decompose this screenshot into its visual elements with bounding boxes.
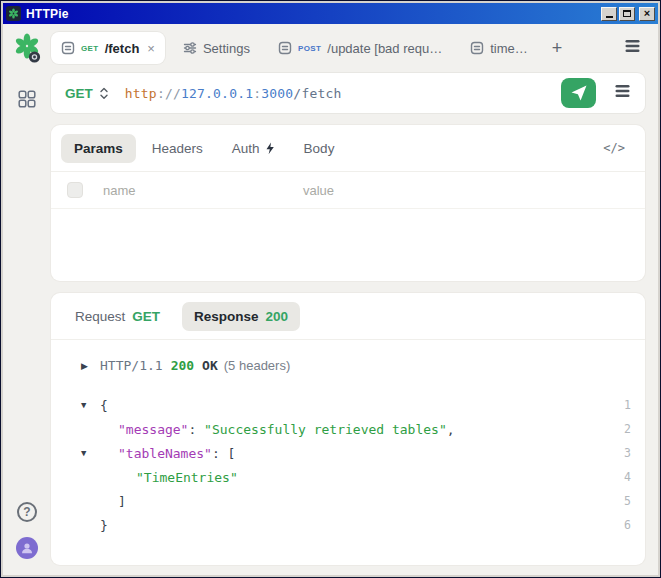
response-panel: Request GET Response 200 ▶ HTTP/1.1 200 … (51, 293, 645, 565)
tab-close-icon[interactable]: × (147, 41, 155, 56)
param-name-input[interactable]: name (103, 183, 303, 198)
request-panel: Params Headers Auth Body </> name val (51, 125, 645, 281)
main-area: GET /fetch × Settings (51, 24, 658, 575)
tab-label: Settings (203, 41, 250, 56)
request-tab-method: GET (132, 309, 160, 324)
url-row: GET http://127.0.0.1:3000/fetch (51, 73, 645, 113)
new-tab-button[interactable]: + (546, 38, 569, 59)
param-checkbox[interactable] (67, 182, 83, 198)
tab-label: /fetch (105, 41, 140, 56)
help-button[interactable]: ? (17, 502, 37, 522)
tab-auth-label: Auth (232, 141, 260, 156)
tab-method-badge: POST (298, 44, 321, 53)
send-button[interactable] (561, 78, 596, 108)
response-body: ▼{1"message": "Successfully retrieved ta… (51, 373, 645, 537)
tab-update[interactable]: POST /update [bad requ… (268, 32, 452, 64)
maximize-button[interactable] (619, 7, 635, 21)
tab-auth[interactable]: Auth (219, 134, 288, 163)
response-status-line: ▶ HTTP/1.1 200 OK (5 headers) (51, 340, 645, 373)
json-line: "TimeEntries"4 (81, 465, 637, 489)
tab-headers[interactable]: Headers (139, 134, 216, 163)
json-line: "message": "Successfully retrieved table… (81, 417, 637, 441)
json-line-content: "tableNames": [ (100, 446, 235, 461)
json-line: }6 (81, 513, 637, 537)
window-title: HTTPie (26, 7, 596, 21)
request-stack-icon[interactable] (610, 83, 635, 103)
line-number: 2 (624, 422, 637, 436)
user-avatar[interactable] (16, 537, 38, 559)
sidebar-bottom: ? (16, 502, 38, 559)
app-window: HTTPie × (0, 0, 661, 578)
settings-icon (183, 41, 197, 55)
tab-body[interactable]: Body (291, 134, 348, 163)
headers-collapse-arrow-icon[interactable]: ▶ (81, 361, 100, 371)
layers-icon[interactable] (624, 38, 645, 58)
method-select[interactable]: GET (65, 86, 109, 101)
request-tab-icon (470, 41, 484, 55)
url-token-path: /fetch (293, 86, 341, 101)
line-number: 1 (624, 398, 637, 412)
param-row: name value (51, 172, 645, 209)
json-line: ]5 (81, 489, 637, 513)
httpie-logo (12, 32, 42, 68)
tab-bar: GET /fetch × Settings (51, 31, 645, 65)
gear-badge-icon (29, 51, 40, 62)
json-line-content: "TimeEntries" (100, 470, 238, 485)
url-input[interactable]: http://127.0.0.1:3000/fetch (125, 86, 561, 101)
line-number: 4 (624, 470, 637, 484)
tab-fetch[interactable]: GET /fetch × (51, 32, 165, 64)
method-label: GET (65, 86, 93, 101)
httpie-mini-logo (8, 8, 19, 19)
app-icon (6, 6, 21, 21)
user-icon (19, 540, 35, 556)
protocol: HTTP/1.1 (100, 358, 163, 373)
url-token-sep: :// (157, 86, 181, 101)
tab-response-view[interactable]: Response 200 (182, 302, 300, 331)
response-tabs: Request GET Response 200 (51, 293, 645, 339)
json-line: ▼{1 (81, 393, 637, 417)
json-line: ▼"tableNames": [3 (81, 441, 637, 465)
maximize-icon (623, 10, 631, 17)
url-token-port: 3000 (261, 86, 293, 101)
fold-arrow-icon[interactable]: ▼ (81, 400, 100, 410)
json-line-content: } (100, 518, 108, 533)
line-number: 6 (624, 518, 637, 532)
url-token-host: 127.0.0.1 (181, 86, 253, 101)
minimize-icon (606, 16, 613, 18)
tab-settings[interactable]: Settings (173, 32, 260, 64)
json-line-content: { (100, 398, 108, 413)
json-line-content: "message": "Successfully retrieved table… (100, 422, 455, 437)
headers-count: (5 headers) (224, 358, 290, 373)
request-tab-label: Request (75, 309, 125, 324)
response-tab-label: Response (194, 309, 259, 324)
tab-params[interactable]: Params (61, 134, 136, 163)
lightning-icon (265, 142, 275, 155)
minimize-button[interactable] (601, 7, 617, 21)
request-tabs: Params Headers Auth Body </> (51, 125, 645, 171)
status-code: 200 (171, 358, 194, 373)
request-tab-icon (61, 41, 75, 55)
url-bar: GET http://127.0.0.1:3000/fetch (51, 73, 645, 113)
code-view-icon[interactable]: </> (593, 141, 635, 155)
line-number: 5 (624, 494, 637, 508)
tab-time[interactable]: time… (460, 32, 538, 64)
chevron-updown-icon (99, 87, 109, 100)
tab-label: time… (490, 41, 528, 56)
grid-icon[interactable] (18, 90, 36, 112)
close-button[interactable]: × (639, 7, 655, 21)
url-token-scheme: http (125, 86, 157, 101)
response-status-badge: 200 (266, 309, 289, 324)
line-number: 3 (624, 446, 637, 460)
tab-method-badge: GET (81, 44, 99, 53)
json-line-content: ] (100, 494, 126, 509)
sidebar: ? (3, 24, 51, 575)
request-tab-icon (278, 41, 292, 55)
tab-label: /update [bad requ… (327, 41, 442, 56)
app-body: ? GET (3, 24, 658, 575)
tab-request-view[interactable]: Request GET (63, 302, 172, 331)
status-reason: OK (202, 358, 218, 373)
paper-plane-icon (570, 84, 588, 102)
titlebar[interactable]: HTTPie × (3, 3, 658, 24)
param-value-input[interactable]: value (303, 183, 334, 198)
fold-arrow-icon[interactable]: ▼ (81, 448, 100, 458)
